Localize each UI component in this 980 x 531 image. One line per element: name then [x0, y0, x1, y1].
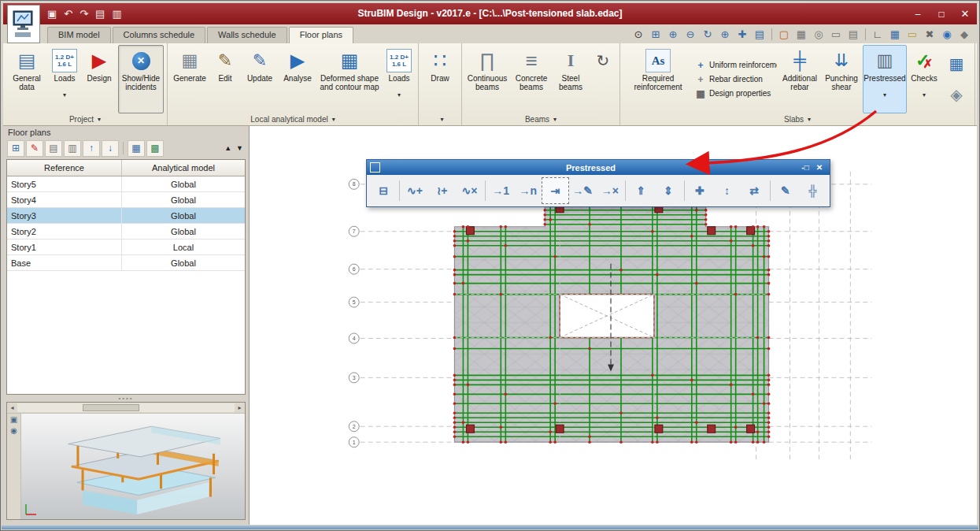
punching-shear-button[interactable]: ⇊Punching shear	[822, 45, 861, 113]
move-down-icon[interactable]: ↓	[102, 140, 119, 157]
distribute-tendon-icon[interactable]: ╬	[799, 177, 827, 204]
diamond-view-button[interactable]: ◈	[943, 81, 970, 108]
concrete-beams-button[interactable]: ≡Concrete beams	[511, 45, 552, 113]
assign-one-icon[interactable]: →1	[487, 177, 515, 204]
column-header-1[interactable]: Analytical model	[122, 160, 245, 176]
table-row[interactable]: Story5Global	[7, 176, 245, 192]
print-floor-plan-icon[interactable]: ▥	[64, 140, 81, 157]
tendon-panel-icon[interactable]: ⊟	[370, 177, 398, 204]
color-grid-icon[interactable]: ▩	[146, 140, 164, 157]
mesh-view-button[interactable]: ▦	[943, 50, 970, 77]
app-icon[interactable]	[7, 5, 40, 43]
table-row[interactable]: Story2Global	[7, 224, 245, 240]
table-row[interactable]: Story1Local	[7, 240, 245, 255]
assign-n-icon[interactable]: →n	[514, 177, 542, 204]
grid-icon[interactable]: ▦	[793, 27, 809, 41]
redo-icon[interactable]: ↷	[80, 8, 88, 20]
preview-eye-icon[interactable]: ◉	[10, 426, 17, 435]
import-icon[interactable]: ▤	[95, 8, 105, 20]
add-floor-plan-icon[interactable]: ⊞	[7, 140, 24, 157]
prestressed-button[interactable]: ▥Prestressed▾	[863, 45, 907, 113]
save-view-icon[interactable]: ▤	[752, 27, 767, 41]
rebar-direction-button[interactable]: +Rebar direction	[695, 74, 777, 85]
toolbar-system-icon[interactable]	[370, 162, 380, 173]
maximize-button[interactable]: □	[930, 6, 953, 22]
preview-hscrollbar[interactable]: ◂ ▸	[7, 403, 245, 414]
scroll-down-icon[interactable]: ▼	[236, 144, 243, 152]
dual-view-icon[interactable]: ▤	[845, 27, 861, 41]
comment-icon[interactable]: ▭	[904, 27, 920, 41]
group-dropdown-icon[interactable]: ▾	[98, 116, 101, 123]
update-button[interactable]: ✎Update	[242, 45, 278, 113]
export-icon[interactable]: ▥	[112, 8, 121, 20]
group-dropdown-icon[interactable]: ▾	[553, 116, 557, 123]
coordinates-icon[interactable]: ▭	[828, 27, 844, 41]
extend-tendon-icon[interactable]: ⇥	[542, 177, 569, 204]
raise-tendon-icon[interactable]: ⇑	[627, 177, 655, 204]
scroll-right-icon[interactable]: ▸	[235, 404, 245, 411]
minimize-button[interactable]: –	[906, 6, 930, 22]
zoom-out-icon[interactable]: ⊖	[682, 27, 698, 41]
edit-tendon-icon[interactable]: →✎	[569, 177, 597, 204]
steel-beams-button[interactable]: ISteel beams	[553, 45, 588, 113]
zoom-extents-icon[interactable]: ⊕	[665, 27, 681, 41]
loads-button[interactable]: 1.2 D+1.6 LLoads▾	[49, 45, 80, 113]
close-icon[interactable]: ✕	[812, 163, 827, 172]
move-tendon-icon[interactable]: ⇄	[741, 177, 768, 204]
redraw-icon[interactable]: ↻	[700, 27, 716, 41]
layers-icon[interactable]: ▦	[887, 27, 903, 41]
column-header-0[interactable]: Reference	[7, 160, 122, 176]
snap-icon[interactable]: ◎	[811, 27, 827, 41]
dimension-icon[interactable]: ∟	[870, 27, 886, 41]
tab-walls-schedule[interactable]: Walls schedule	[207, 27, 287, 43]
group-dropdown-icon[interactable]: ▾	[808, 116, 811, 123]
close-button[interactable]: ✕	[953, 6, 977, 22]
checks-button[interactable]: ✓✗Checks▾	[908, 45, 940, 113]
window-frame-icon[interactable]: ▢	[776, 27, 792, 41]
panel-splitter[interactable]	[3, 395, 249, 402]
prestressed-toolbar-titlebar[interactable]: Prestressed -□ ✕	[367, 160, 830, 175]
fit-height-icon[interactable]: ⇕	[655, 177, 682, 204]
scrollbar-thumb[interactable]	[83, 404, 139, 411]
unassign-tendon-icon[interactable]: →×	[596, 177, 623, 204]
uniform-reinforcement-button[interactable]: +Uniform reinforcement	[695, 60, 777, 71]
add-curved-tendon-icon[interactable]: ≀+	[428, 177, 456, 204]
find-icon[interactable]: ⊙	[631, 27, 646, 41]
materials-icon[interactable]: ◆	[956, 27, 972, 41]
scrollbar-track[interactable]	[17, 403, 235, 412]
cross-tendon-icon[interactable]: ✚	[686, 177, 714, 204]
edit-profile-icon[interactable]: ✎	[772, 177, 800, 204]
analyse-button[interactable]: ▶Analyse	[279, 45, 316, 113]
preview-viewport[interactable]	[21, 414, 245, 519]
group-dropdown-icon[interactable]: ▾	[332, 116, 335, 123]
vertical-range-icon[interactable]: ↕	[713, 177, 741, 204]
edit-floor-plan-icon[interactable]: ✎	[26, 140, 43, 157]
design-button[interactable]: ▶Design	[82, 45, 116, 113]
beam-torsion-button[interactable]: ↻	[590, 45, 616, 113]
continuous-beams-button[interactable]: ∏Continuous beams	[465, 45, 509, 113]
design-properties-button[interactable]: ▦Design properties	[695, 88, 777, 99]
pin-icon[interactable]: -□	[798, 163, 812, 172]
group-dropdown-icon[interactable]: ▾	[440, 116, 443, 123]
update-views-icon[interactable]: ▦	[128, 140, 145, 157]
preview-window-icon[interactable]: ▣	[10, 415, 17, 424]
loads-analytical-button[interactable]: 1.2 D+1.6 LLoads▾	[383, 45, 415, 113]
copy-floor-plan-icon[interactable]: ▤	[45, 140, 62, 157]
additional-rebar-button[interactable]: ╪Additional rebar	[779, 45, 820, 113]
zoom-window-icon[interactable]: ⊞	[648, 27, 664, 41]
table-row[interactable]: Story3Global	[7, 208, 245, 224]
generate-button[interactable]: ▦Generate	[171, 45, 209, 113]
scroll-up-icon[interactable]: ▲	[224, 144, 231, 152]
show-hide-incidents-button[interactable]: ✕Show/Hide incidents	[118, 45, 164, 113]
pan-icon[interactable]: ✚	[734, 27, 750, 41]
tab-bim-model[interactable]: BIM model	[47, 27, 111, 43]
undo-icon[interactable]: ↶	[64, 8, 72, 20]
scroll-left-icon[interactable]: ◂	[7, 404, 17, 411]
add-tendon-icon[interactable]: ∿+	[401, 177, 429, 204]
draw-button[interactable]: ∷Draw	[422, 45, 458, 113]
zoom-in-icon[interactable]: ⊕	[717, 27, 733, 41]
edit-button[interactable]: ✎Edit	[210, 45, 240, 113]
deformed-shape-button[interactable]: ▦Deformed shape and contour map	[317, 45, 382, 113]
tab-floor-plans[interactable]: Floor plans	[289, 27, 353, 43]
tools-icon[interactable]: ✖	[922, 27, 937, 41]
